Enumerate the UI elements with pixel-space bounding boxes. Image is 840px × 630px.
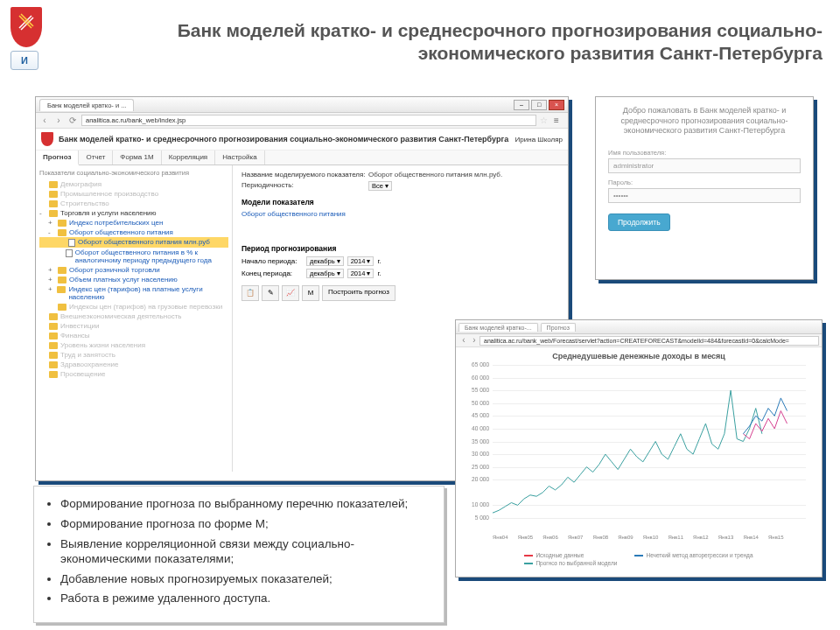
login-panel: Добро пожаловать в Банк моделей кратко- … — [595, 96, 814, 280]
forward-icon[interactable]: › — [469, 335, 480, 346]
tree-item[interactable]: Просвещение — [39, 369, 228, 379]
folder-icon — [49, 210, 58, 217]
document-icon — [66, 249, 73, 257]
tree-label: Инвестиции — [60, 322, 99, 330]
tab-Прогноз[interactable]: Прогноз — [36, 150, 79, 165]
back-icon[interactable]: ‹ — [39, 116, 50, 126]
tree-item[interactable]: Здравоохранение — [39, 360, 228, 369]
expand-icon[interactable]: + — [48, 219, 55, 227]
org-logo: И — [10, 51, 38, 70]
tree-item[interactable]: Индексы цен (тарифов) на грузовые перево… — [39, 302, 228, 312]
model-link[interactable]: Оборот общественного питания — [242, 210, 559, 218]
chart-xtick: Янв06 — [542, 535, 558, 540]
tree-item[interactable]: -Оборот общественного питания — [39, 228, 228, 237]
tree-item[interactable]: +Индекс цен (тарифов) на платные услуги … — [39, 284, 228, 302]
chart-xtick: Янв13 — [718, 535, 734, 540]
app-header: Банк моделей кратко- и среднесрочного пр… — [36, 129, 568, 150]
bookmark-icon[interactable]: ☆ — [540, 116, 550, 125]
tree-item[interactable]: Труд и занятость — [39, 350, 228, 360]
chart-address-bar: ‹ › analitica.ac.ru/bank_web/Forecast/se… — [456, 334, 822, 347]
expand-icon[interactable]: - — [48, 228, 55, 236]
folder-icon — [58, 267, 66, 274]
document-icon — [68, 239, 75, 247]
close-button[interactable]: × — [549, 100, 564, 110]
forward-icon[interactable]: › — [53, 116, 64, 126]
tree-item[interactable]: Промышленное производство — [39, 189, 228, 199]
folder-icon — [49, 332, 58, 340]
url-field[interactable]: analitica.ac.ru/bank_web/index.jsp — [81, 115, 536, 126]
tree-item[interactable]: Оборот общественного питания в % к анало… — [39, 248, 228, 265]
tool-pencil-icon[interactable]: ✎ — [262, 285, 279, 301]
browser-tab[interactable]: Банк моделей кратко- и ... — [39, 99, 134, 111]
bullet-item: Формирование прогноза по выбранному пере… — [60, 497, 428, 512]
tree-item[interactable]: Строительство — [39, 199, 228, 208]
back-icon[interactable]: ‹ — [458, 335, 469, 346]
tree-item[interactable]: Инвестиции — [39, 321, 228, 331]
menu-icon[interactable]: ≡ — [554, 116, 564, 125]
tree-item[interactable]: Демография — [39, 179, 228, 189]
chart-ytick: 55 000 — [468, 387, 489, 393]
app-tabs: ПрогнозОтчетФорма 1МКорреляцияНастройка — [36, 150, 568, 165]
username-input[interactable]: administrator — [608, 158, 801, 173]
tree-item[interactable]: Уровень жизни населения — [39, 340, 228, 350]
tab-Форма 1М[interactable]: Форма 1М — [113, 150, 161, 164]
tree-label: Финансы — [60, 332, 90, 340]
crest-icon — [10, 7, 42, 47]
tool-m-icon[interactable]: M — [302, 285, 319, 301]
folder-icon — [49, 191, 58, 198]
password-input[interactable]: •••••• — [608, 188, 801, 203]
chart-ytick: 30 000 — [468, 451, 489, 457]
tool-chart-icon[interactable]: 📈 — [282, 285, 299, 301]
tree-label: Индекс потребительских цен — [69, 219, 163, 227]
tree-label: Труд и занятость — [60, 351, 116, 359]
folder-icon — [49, 313, 58, 320]
tab-Настройка[interactable]: Настройка — [215, 150, 264, 164]
expand-icon[interactable]: + — [48, 266, 55, 274]
reload-icon[interactable]: ⟳ — [67, 116, 78, 126]
tree-title: Показатели социально-экономического разв… — [39, 169, 228, 177]
minimize-button[interactable]: – — [514, 100, 529, 110]
folder-icon — [58, 220, 66, 227]
expand-icon[interactable]: + — [48, 285, 54, 293]
app-logo-icon — [41, 132, 53, 146]
end-year-select[interactable]: 2014 ▾ — [347, 269, 374, 278]
tree-label: Внешнеэкономическая деятельность — [60, 312, 181, 320]
window-titlebar: Банк моделей кратко- и ... – □ × — [36, 97, 568, 113]
expand-icon[interactable]: - — [39, 209, 46, 217]
build-forecast-button[interactable]: Построить прогноз — [322, 285, 396, 301]
maximize-button[interactable]: □ — [531, 100, 547, 110]
chart-xtick: Янв15 — [768, 535, 784, 540]
period-end-label: Конец периода: — [242, 270, 303, 277]
tool-clipboard-icon[interactable]: 📋 — [242, 285, 259, 301]
folder-icon — [57, 286, 66, 293]
tree-item[interactable]: +Оборот розничной торговли — [39, 265, 228, 275]
start-month-select[interactable]: декабрь ▾ — [306, 256, 344, 266]
chart-tab[interactable]: Прогноз — [541, 323, 576, 332]
tree-label: Промышленное производство — [60, 190, 158, 198]
chart-url-field[interactable]: analitica.ac.ru/bank_web/Forecast/servle… — [480, 336, 819, 346]
start-year-select[interactable]: 2014 ▾ — [347, 256, 374, 266]
login-submit-button[interactable]: Продолжить — [608, 214, 670, 231]
tree-label: Индексы цен (тарифов) на грузовые перево… — [69, 303, 222, 311]
folder-icon — [58, 229, 66, 236]
tree-item[interactable]: Финансы — [39, 331, 228, 340]
tab-Отчет[interactable]: Отчет — [79, 150, 113, 164]
tree-item[interactable]: +Объем платных услуг населению — [39, 275, 228, 284]
tab-Корреляция[interactable]: Корреляция — [162, 150, 216, 164]
periodicity-select[interactable]: Все ▾ — [368, 181, 392, 191]
tree-item[interactable]: -Торговля и услуги населению — [39, 208, 228, 218]
chart-tab[interactable]: Банк моделей кратко-... — [458, 323, 538, 332]
logo-block: И — [10, 7, 46, 70]
tree-item[interactable]: Оборот общественного питания млн.руб — [39, 237, 228, 248]
chart-ytick: 60 000 — [468, 374, 489, 381]
login-welcome-text: Добро пожаловать в Банк моделей кратко- … — [608, 106, 801, 136]
chart-ytick: 40 000 — [468, 425, 489, 431]
tree-item[interactable]: +Индекс потребительских цен — [39, 218, 228, 228]
tree-pane: Показатели социально-экономического разв… — [36, 165, 233, 472]
chart-xtick: Янв14 — [743, 535, 759, 540]
expand-icon[interactable]: + — [48, 276, 55, 284]
end-month-select[interactable]: декабрь ▾ — [306, 269, 344, 278]
period-start-label: Начало периода: — [242, 257, 303, 265]
username-label: Имя пользователя: — [608, 149, 801, 157]
tree-item[interactable]: Внешнеэкономическая деятельность — [39, 312, 228, 321]
